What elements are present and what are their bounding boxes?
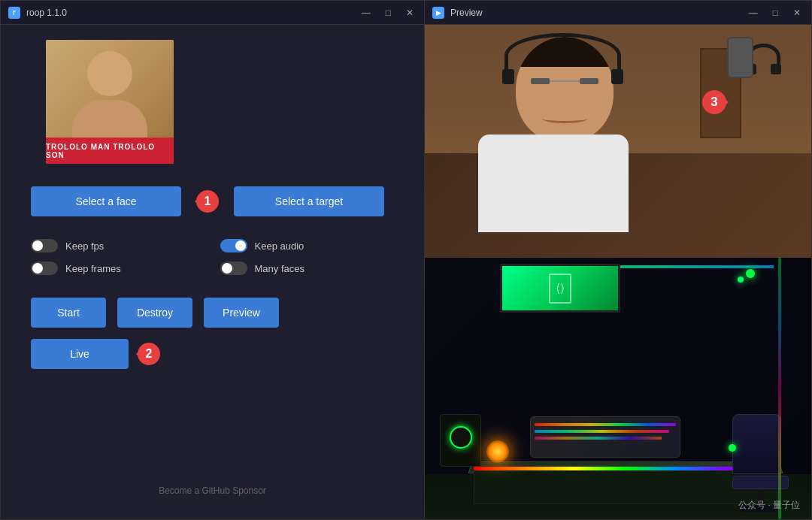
rgb-strip-right xyxy=(778,258,781,519)
keyboard xyxy=(530,416,680,458)
preview-button[interactable]: Preview xyxy=(204,298,279,328)
keep-audio-toggle[interactable] xyxy=(220,239,247,252)
person-shirt xyxy=(478,135,629,232)
sponsor-text: Become a GitHub Sponsor xyxy=(159,485,266,511)
roop-title-bar: r roop 1.1.0 — □ ✕ xyxy=(1,1,424,25)
person-container xyxy=(463,37,674,258)
keep-fps-toggle[interactable] xyxy=(31,239,58,252)
preview-minimize-btn[interactable]: — xyxy=(746,6,761,20)
keep-frames-row: Keep frames xyxy=(31,262,205,275)
roop-window: r roop 1.1.0 — □ ✕ TROLOLO MAN TROLOLO S… xyxy=(0,0,425,520)
keep-audio-label: Keep audio xyxy=(255,240,304,252)
preview-webcam: 3 xyxy=(425,25,811,258)
many-faces-toggle[interactable] xyxy=(220,262,247,275)
keep-frames-label: Keep frames xyxy=(65,263,121,274)
headset-worn xyxy=(504,33,621,78)
monitor: ⟨⟩ xyxy=(500,264,620,313)
sponsor-section: Become a GitHub Sponsor xyxy=(31,483,394,504)
preview-title: Preview xyxy=(450,8,483,18)
preview-close-btn[interactable]: ✕ xyxy=(790,6,804,20)
destroy-button[interactable]: Destroy xyxy=(117,298,192,328)
badge-1: 1 xyxy=(196,190,219,213)
action-buttons: Start Destroy Preview xyxy=(31,298,394,328)
live-button[interactable]: Live xyxy=(31,339,129,369)
roop-close-btn[interactable]: ✕ xyxy=(403,6,417,20)
preview-app-icon: ▶ xyxy=(432,7,444,19)
roop-maximize-btn[interactable]: □ xyxy=(383,6,394,20)
lamp-orb xyxy=(486,440,509,463)
keep-fps-label: Keep fps xyxy=(65,240,104,252)
select-target-button[interactable]: Select a target xyxy=(234,186,384,216)
face-image: TROLOLO MAN TROLOLO SON xyxy=(46,40,174,164)
many-faces-row: Many faces xyxy=(220,262,395,275)
roop-minimize-btn[interactable]: — xyxy=(359,6,374,20)
face-image-container: TROLOLO MAN TROLOLO SON xyxy=(46,40,174,164)
keep-fps-row: Keep fps xyxy=(31,239,205,252)
live-row: Live 2 xyxy=(31,339,394,369)
select-face-button[interactable]: Select a face xyxy=(31,186,181,216)
speaker-left xyxy=(440,414,481,467)
watermark: 公众号 · 量子位 xyxy=(738,499,800,512)
roop-title: roop 1.1.0 xyxy=(26,8,67,18)
green-glow-1 xyxy=(746,269,755,278)
face-img-label: TROLOLO MAN TROLOLO SON xyxy=(46,138,174,164)
face-img-body xyxy=(46,40,174,138)
green-glow-2 xyxy=(738,277,744,283)
green-glow-3 xyxy=(729,444,736,452)
roop-window-controls: — □ ✕ xyxy=(359,6,417,20)
badge-3: 3 xyxy=(702,90,726,114)
badge-2: 2 xyxy=(138,343,160,365)
keep-audio-row: Keep audio xyxy=(220,239,395,252)
preview-title-bar: ▶ Preview — □ ✕ xyxy=(425,1,811,25)
preview-window-controls: — □ ✕ xyxy=(746,6,804,20)
preview-window: ▶ Preview — □ ✕ xyxy=(425,0,812,520)
roop-app-icon: r xyxy=(8,7,20,19)
preview-maximize-btn[interactable]: □ xyxy=(770,6,781,20)
backpack-item xyxy=(727,37,753,78)
keep-frames-toggle[interactable] xyxy=(31,262,58,275)
gaming-background: ⟨⟩ xyxy=(425,258,811,519)
preview-gaming: ⟨⟩ xyxy=(425,258,811,519)
many-faces-label: Many faces xyxy=(255,263,304,274)
preview-title-left: ▶ Preview xyxy=(432,7,483,19)
roop-content: TROLOLO MAN TROLOLO SON Select a face 1 … xyxy=(1,25,424,519)
preview-content: 3 xyxy=(425,25,811,519)
title-bar-left: r roop 1.1.0 xyxy=(8,7,67,19)
start-button[interactable]: Start xyxy=(31,298,106,328)
toggles-section: Keep fps Keep audio Keep frames Many fac… xyxy=(31,231,394,283)
select-buttons-row: Select a face 1 Select a target xyxy=(31,186,394,216)
